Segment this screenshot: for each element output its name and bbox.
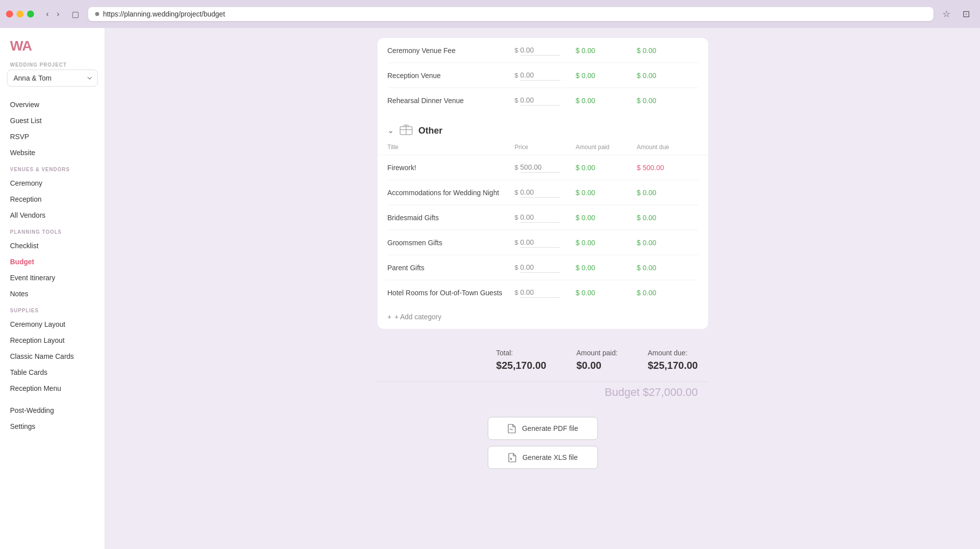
sidebar-item-guest-list[interactable]: Guest List <box>0 113 105 129</box>
price-input[interactable] <box>520 262 560 273</box>
price-input[interactable] <box>520 287 560 298</box>
price-input[interactable] <box>520 162 560 173</box>
row-due: $ 500.00 <box>637 164 698 172</box>
sidebar-item-post-wedding[interactable]: Post-Wedding <box>0 402 105 418</box>
row-paid: $ 0.00 <box>576 214 637 222</box>
row-price: $ <box>515 70 576 81</box>
price-input[interactable] <box>520 45 560 56</box>
sidebar-item-reception-layout[interactable]: Reception Layout <box>0 332 105 348</box>
sidebar-item-website[interactable]: Website <box>0 145 105 161</box>
row-paid: $ 0.00 <box>576 72 637 80</box>
due-value: $25,170.00 <box>647 360 698 371</box>
planning-tools-label: PLANNING TOOLS <box>0 223 105 238</box>
col-header-title: Title <box>388 144 515 151</box>
add-category-button[interactable]: + + Add category <box>378 305 708 329</box>
sidebar-item-budget[interactable]: Budget <box>0 254 105 270</box>
other-section-icon <box>399 123 414 139</box>
total-item-due: Amount due: $25,170.00 <box>647 349 698 371</box>
row-title: Ceremony Venue Fee <box>388 47 515 55</box>
content-inner: Ceremony Venue Fee $ $ 0.00 $ 0.00 Recep… <box>368 28 718 499</box>
col-headers: Title Price Amount paid Amount due <box>378 144 708 155</box>
export-buttons: Generate PDF file Generate XLS file <box>378 407 708 479</box>
main-content: Ceremony Venue Fee $ $ 0.00 $ 0.00 Recep… <box>105 28 980 549</box>
row-paid: $ 0.00 <box>576 164 637 172</box>
browser-chrome: ‹ › ▢ https://planning.wedding/project/b… <box>0 0 980 28</box>
budget-total-line: Budget $27,000.00 <box>378 381 708 407</box>
row-price: $ <box>515 95 576 106</box>
security-icon <box>95 12 99 16</box>
collapse-chevron[interactable]: ⌄ <box>388 127 394 135</box>
sidebar-item-table-cards[interactable]: Table Cards <box>0 364 105 380</box>
forward-button[interactable]: › <box>54 9 62 20</box>
budget-section: Ceremony Venue Fee $ $ 0.00 $ 0.00 Recep… <box>378 38 708 329</box>
sidebar: WA WEDDING PROJECT Anna & Tom Overview G… <box>0 28 105 549</box>
row-paid: $ 0.00 <box>576 239 637 247</box>
other-section-header: ⌄ Other <box>378 113 708 144</box>
total-value: $25,170.00 <box>496 360 546 371</box>
add-category-icon: + <box>388 313 392 321</box>
row-paid: $ 0.00 <box>576 264 637 272</box>
bookmark-button[interactable]: ☆ <box>938 7 954 22</box>
row-due: $ 0.00 <box>637 47 698 55</box>
row-title: Rehearsal Dinner Venue <box>388 97 515 105</box>
totals-section: Total: $25,170.00 Amount paid: $0.00 Amo… <box>378 339 708 381</box>
price-input[interactable] <box>520 237 560 248</box>
nav-buttons: ‹ › <box>43 9 63 20</box>
total-item-paid: Amount paid: $0.00 <box>576 349 618 371</box>
row-paid: $ 0.00 <box>576 47 637 55</box>
row-price: $ <box>515 187 576 198</box>
back-button[interactable]: ‹ <box>43 9 52 20</box>
due-label: Amount due: <box>647 349 698 357</box>
price-input[interactable] <box>520 95 560 106</box>
other-section-title: Other <box>419 126 443 136</box>
col-header-paid: Amount paid <box>576 144 637 151</box>
price-input[interactable] <box>520 70 560 81</box>
row-title: Firework! <box>388 164 515 172</box>
table-row: Rehearsal Dinner Venue $ $ 0.00 $ 0.00 <box>388 88 698 113</box>
sidebar-item-notes[interactable]: Notes <box>0 286 105 302</box>
sidebar-item-event-itinerary[interactable]: Event Itinerary <box>0 270 105 286</box>
project-select[interactable]: Anna & Tom <box>7 70 98 87</box>
sidebar-item-ceremony-layout[interactable]: Ceremony Layout <box>0 316 105 332</box>
generate-xls-button[interactable]: Generate XLS file <box>488 446 598 469</box>
fullscreen-button[interactable]: ⊡ <box>958 7 974 22</box>
sidebar-item-all-vendors[interactable]: All Vendors <box>0 207 105 223</box>
row-due: $ 0.00 <box>637 214 698 222</box>
row-due: $ 0.00 <box>637 72 698 80</box>
traffic-light-red[interactable] <box>6 11 13 18</box>
sidebar-item-reception-menu[interactable]: Reception Menu <box>0 380 105 396</box>
sidebar-item-rsvp[interactable]: RSVP <box>0 129 105 145</box>
price-input[interactable] <box>520 212 560 223</box>
table-row: Accommodations for Wedding Night $ $ 0.0… <box>388 180 698 205</box>
add-category-label: + Add category <box>395 313 442 321</box>
sidebar-item-checklist[interactable]: Checklist <box>0 238 105 254</box>
venues-vendors-label: VENUES & VENDORS <box>0 161 105 175</box>
other-rows-section: Firework! $ $ 0.00 $ 500.00 Accommodatio… <box>378 155 708 305</box>
row-title: Parent Gifts <box>388 264 515 272</box>
address-bar[interactable]: https://planning.wedding/project/budget <box>88 7 933 21</box>
logo: WA <box>0 38 105 62</box>
paid-value: $0.00 <box>576 360 618 371</box>
sidebar-item-overview[interactable]: Overview <box>0 97 105 113</box>
pdf-icon <box>507 423 517 433</box>
traffic-light-green[interactable] <box>27 11 34 18</box>
table-row: Groomsmen Gifts $ $ 0.00 $ 0.00 <box>388 230 698 255</box>
row-paid: $ 0.00 <box>576 289 637 297</box>
sidebar-item-classic-name-cards[interactable]: Classic Name Cards <box>0 348 105 364</box>
generate-pdf-button[interactable]: Generate PDF file <box>488 417 598 440</box>
sidebar-item-ceremony[interactable]: Ceremony <box>0 175 105 191</box>
app-container: WA WEDDING PROJECT Anna & Tom Overview G… <box>0 28 980 549</box>
venue-rows-section: Ceremony Venue Fee $ $ 0.00 $ 0.00 Recep… <box>378 38 708 113</box>
traffic-light-yellow[interactable] <box>17 11 24 18</box>
sidebar-item-reception[interactable]: Reception <box>0 191 105 207</box>
sidebar-item-settings[interactable]: Settings <box>0 418 105 434</box>
supplies-label: SUPPLIES <box>0 302 105 316</box>
total-item-total: Total: $25,170.00 <box>496 349 546 371</box>
layout-button[interactable]: ▢ <box>68 8 83 21</box>
price-input[interactable] <box>520 187 560 198</box>
budget-total-text: Budget $27,000.00 <box>605 386 698 398</box>
row-title: Bridesmaid Gifts <box>388 214 515 222</box>
col-header-due: Amount due <box>637 144 698 151</box>
col-header-price: Price <box>515 144 576 151</box>
pdf-button-label: Generate PDF file <box>522 424 578 432</box>
